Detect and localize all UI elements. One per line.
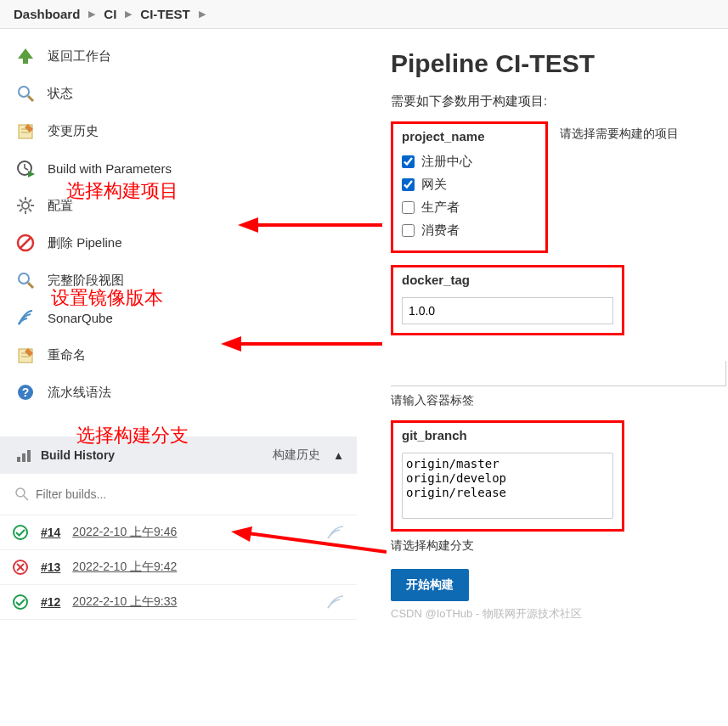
breadcrumb-citest[interactable]: CI-TEST: [140, 7, 189, 21]
svg-rect-32: [17, 457, 20, 462]
nav-label: Build with Parameters: [48, 161, 172, 176]
nav-pipeline-syntax[interactable]: ? 流水线语法: [0, 374, 357, 411]
fail-icon: [12, 559, 29, 576]
search-icon: [15, 487, 29, 501]
magnifier-icon: [15, 270, 36, 290]
nav-configure[interactable]: 配置: [0, 187, 357, 224]
nav-label: 配置: [48, 198, 73, 214]
filter-builds-input[interactable]: [10, 481, 347, 508]
build-number-link[interactable]: #13: [41, 560, 60, 574]
chevron-right-icon: ▶: [88, 8, 95, 20]
nav-delete-pipeline[interactable]: 删除 Pipeline: [0, 224, 357, 262]
checkbox-registry-center[interactable]: [402, 155, 415, 168]
checkbox-row[interactable]: 注册中心: [402, 150, 537, 173]
notepad-icon: [15, 121, 36, 141]
nav-rename[interactable]: 重命名: [0, 336, 357, 374]
breadcrumb-dashboard[interactable]: Dashboard: [14, 7, 80, 21]
param-docker-tag: docker_tag 请输入容器标签: [391, 265, 728, 408]
clock-play-icon: [15, 158, 36, 178]
build-row[interactable]: #12 2022-2-10 上午9:33: [0, 585, 357, 620]
magnifier-icon: [15, 83, 36, 104]
page-title: Pipeline CI-TEST: [391, 49, 728, 78]
chevron-right-icon: ▶: [199, 8, 206, 20]
build-row[interactable]: #14 2022-2-10 上午9:46: [0, 515, 357, 550]
svg-rect-34: [27, 450, 31, 462]
param-side-note: 请选择需要构建的项目: [560, 121, 679, 142]
sidebar: 返回工作台 状态 变更历史 Build with Parameters 选择构建…: [0, 29, 357, 622]
svg-rect-33: [22, 453, 25, 462]
checkbox-row[interactable]: 网关: [402, 173, 537, 196]
nav-back-to-dashboard[interactable]: 返回工作台: [0, 37, 357, 75]
checkbox-label: 消费者: [421, 222, 460, 239]
svg-line-8: [25, 168, 28, 170]
nav-sonarqube[interactable]: SonarQube: [0, 299, 357, 336]
build-submit-button[interactable]: 开始构建: [391, 569, 469, 601]
svg-line-20: [29, 200, 31, 202]
params-description: 需要如下参数用于构建项目:: [391, 93, 728, 110]
git-branch-help: 请选择构建分支: [391, 538, 728, 554]
filter-builds-box: [0, 474, 357, 515]
build-date[interactable]: 2022-2-10 上午9:46: [72, 525, 177, 540]
up-arrow-icon: [15, 46, 36, 66]
svg-marker-9: [28, 171, 35, 177]
svg-line-22: [20, 238, 31, 248]
sonar-wave-icon: [326, 594, 345, 610]
build-history-title: Build History: [41, 448, 115, 462]
checkbox-gateway[interactable]: [402, 178, 415, 191]
docker-tag-help: 请输入容器标签: [391, 393, 728, 408]
sonarqube-icon: [15, 307, 36, 328]
watermark-text: CSDN @IoTHub - 物联网开源技术社区: [391, 606, 728, 622]
param-project-name: project_name 注册中心 网关 生产者 消费者 请选择需要构建的项目: [391, 121, 728, 253]
nav-label: 完整阶段视图: [48, 273, 124, 289]
svg-line-2: [28, 96, 33, 101]
nav-label: 状态: [48, 86, 73, 102]
trend-icon: [15, 447, 32, 464]
nav-label: 流水线语法: [48, 385, 111, 401]
svg-line-18: [29, 209, 31, 211]
svg-point-39: [14, 526, 27, 539]
build-number-link[interactable]: #12: [41, 595, 60, 609]
checkbox-consumer[interactable]: [402, 224, 415, 237]
checkbox-label: 网关: [421, 177, 447, 193]
nav-build-with-parameters[interactable]: Build with Parameters 选择构建项目: [0, 149, 357, 187]
chevron-right-icon: ▶: [125, 8, 132, 20]
main-content: Pipeline CI-TEST 需要如下参数用于构建项目: project_n…: [357, 29, 728, 622]
docker-tag-input[interactable]: [402, 297, 613, 324]
param-label: project_name: [402, 129, 537, 144]
nav-status[interactable]: 状态: [0, 75, 357, 112]
svg-point-43: [14, 595, 27, 609]
checkbox-label: 注册中心: [421, 154, 472, 170]
breadcrumb-ci[interactable]: CI: [104, 7, 116, 21]
build-number-link[interactable]: #14: [41, 526, 60, 539]
help-icon: ?: [15, 382, 36, 402]
nav-full-stage-view[interactable]: 完整阶段视图 设置镜像版本: [0, 262, 357, 299]
checkbox-label: 生产者: [421, 200, 460, 216]
annotation-select-branch: 选择构建分支: [76, 423, 189, 448]
sonar-wave-icon: [326, 525, 345, 540]
checkbox-row[interactable]: 生产者: [402, 196, 537, 219]
svg-point-23: [19, 273, 29, 284]
svg-point-1: [19, 87, 29, 97]
svg-line-24: [28, 283, 33, 288]
build-date[interactable]: 2022-2-10 上午9:33: [72, 594, 177, 610]
build-date[interactable]: 2022-2-10 上午9:42: [72, 560, 177, 575]
svg-line-19: [20, 209, 22, 211]
svg-line-38: [24, 496, 28, 500]
docker-tag-extra-input[interactable]: [391, 361, 726, 386]
param-git-branch: git_branch origin/master origin/develop …: [391, 420, 728, 554]
nav-label: 变更历史: [48, 123, 99, 139]
success-icon: [12, 594, 29, 611]
git-branch-select[interactable]: origin/master origin/develop origin/rele…: [402, 453, 613, 519]
svg-point-37: [16, 488, 25, 497]
nav-label: SonarQube: [48, 311, 113, 325]
checkbox-row[interactable]: 消费者: [402, 219, 537, 242]
nav-label: 返回工作台: [48, 48, 111, 65]
checkbox-producer[interactable]: [402, 201, 415, 214]
svg-line-17: [20, 200, 22, 202]
build-row[interactable]: #13 2022-2-10 上午9:42: [0, 550, 357, 585]
nav-changes[interactable]: 变更历史: [0, 112, 357, 149]
build-history-header[interactable]: Build History 构建历史 ▴ 选择构建分支: [0, 436, 357, 474]
delete-icon: [15, 233, 36, 253]
build-history-trend-label: 构建历史: [273, 447, 320, 463]
breadcrumb: Dashboard ▶ CI ▶ CI-TEST ▶: [0, 0, 728, 29]
